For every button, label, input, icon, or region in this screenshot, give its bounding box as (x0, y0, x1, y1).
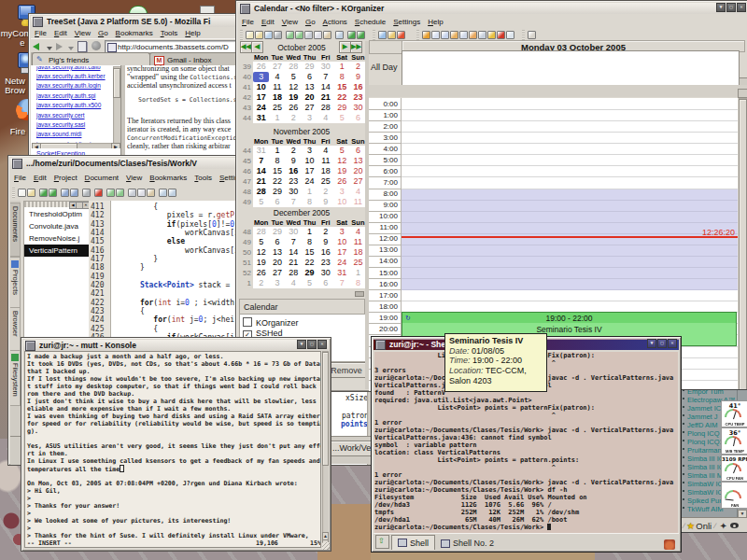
sidebar-tab-browser[interactable]: Browser (10, 307, 21, 354)
back-button[interactable] (33, 41, 52, 52)
day-cell[interactable]: 9 (317, 197, 333, 207)
day-cell[interactable]: 26 (333, 176, 349, 187)
day-cell[interactable]: 16 (317, 247, 333, 258)
day-cell[interactable]: 27 (269, 62, 285, 72)
day-cell[interactable]: 5 (302, 278, 317, 288)
day-cell[interactable]: 23 (350, 92, 366, 103)
day-cell[interactable]: 8 (302, 237, 317, 247)
file-list-item[interactable]: VerticalPattern (24, 245, 90, 257)
day-cell[interactable]: 21 (286, 258, 302, 268)
new-event-icon[interactable] (246, 31, 254, 39)
todo-list-icon[interactable] (497, 31, 505, 39)
day-cell[interactable]: 11 (269, 82, 285, 92)
day-cell[interactable]: 10 (302, 156, 317, 166)
tab-shell-2[interactable]: Shell No. 2 (435, 537, 500, 550)
day-cell[interactable]: 10 (333, 197, 349, 207)
package-link[interactable]: javax.security.cert (36, 112, 85, 119)
workweek-view-icon[interactable] (441, 31, 449, 39)
day-cell[interactable]: 25 (317, 176, 333, 187)
resize-grip[interactable] (322, 542, 330, 550)
online-label[interactable]: Onli (696, 521, 712, 531)
day-cell[interactable]: 4 (317, 146, 333, 156)
back-icon[interactable] (39, 189, 48, 197)
day-cell[interactable]: 7 (317, 72, 333, 82)
timeline-view-icon[interactable] (478, 31, 486, 39)
contact-item[interactable]: Plonq ICQ (687, 429, 720, 438)
menu-item-tools[interactable]: Tools (161, 29, 178, 37)
day-cell[interactable]: 2 (286, 113, 302, 123)
maximize-button[interactable]: □ (657, 339, 667, 348)
agenda-view-icon[interactable] (469, 31, 477, 39)
find-icon[interactable] (335, 31, 344, 39)
day-cell[interactable]: 7 (333, 278, 349, 288)
day-cell[interactable]: 1 (302, 227, 317, 237)
menu-item-file[interactable]: File (14, 174, 26, 182)
day-cell[interactable]: 1 (333, 62, 349, 72)
menu-item-bookmarks[interactable]: Bookmarks (149, 174, 187, 182)
day-cell[interactable]: 2 (350, 62, 366, 72)
online-star-icon[interactable]: ★ (686, 521, 695, 531)
menu-item-help[interactable]: Help (185, 29, 200, 37)
day-cell[interactable]: 16 (350, 82, 366, 92)
day-cell[interactable]: 9 (350, 72, 366, 82)
day-cell[interactable]: 23 (317, 258, 333, 268)
todo-view-icon[interactable] (397, 31, 405, 39)
next-year-button[interactable]: ▶▶ (350, 41, 362, 53)
shell-corner-icon[interactable] (664, 539, 675, 550)
day-cell[interactable]: 27 (350, 176, 366, 187)
day-cell[interactable]: 7 (286, 197, 302, 207)
close-button[interactable]: ✕ (668, 339, 677, 348)
contact-item[interactable]: JeffD AIM (687, 421, 717, 429)
day-cell[interactable]: 13 (269, 247, 285, 258)
day-cell[interactable]: 22 (269, 176, 285, 187)
new-todo-icon[interactable] (255, 31, 263, 39)
contact-item[interactable]: Empor Tum (687, 389, 724, 396)
toolbar-handle[interactable] (373, 30, 375, 40)
week-view-icon[interactable] (431, 31, 440, 39)
agenda-vscrollbar[interactable] (739, 98, 747, 391)
month-view-icon[interactable] (450, 31, 458, 39)
package-link[interactable]: javax.security.auth.x500 (36, 102, 101, 108)
day-cell[interactable]: 9 (286, 156, 302, 166)
day-cell[interactable]: 18 (269, 92, 285, 103)
day-cell[interactable]: 5 (253, 237, 269, 247)
day-cell[interactable]: 31 (253, 146, 269, 156)
day-cell[interactable]: 30 (286, 227, 302, 237)
find-icon[interactable] (159, 189, 167, 197)
package-link[interactable]: javax.security.sasl (36, 121, 85, 128)
day-cell[interactable]: 22 (333, 92, 349, 103)
package-link[interactable]: javax.security.auth.spi (36, 92, 95, 99)
day-cell[interactable]: 2 (317, 227, 333, 237)
back-icon[interactable] (347, 31, 356, 39)
sidebar-tab-filesystem[interactable]: Filesystem (10, 350, 21, 406)
close-button[interactable]: ✕ (317, 340, 327, 349)
day-cell[interactable]: 6 (350, 113, 366, 123)
zoom-in-icon[interactable] (168, 189, 176, 197)
menu-item-edit[interactable]: Edit (54, 29, 67, 37)
day-cell[interactable]: 29 (269, 187, 285, 197)
agenda-vscroll-thumb[interactable] (739, 99, 747, 390)
month2-view-icon[interactable] (487, 31, 496, 39)
day-cell[interactable]: 12 (333, 156, 349, 166)
menu-item-file[interactable]: File (35, 29, 47, 37)
day-cell[interactable]: 8 (302, 197, 317, 207)
day-cell[interactable]: 1 (302, 187, 317, 197)
day-cell[interactable]: 1 (269, 146, 285, 156)
day-cell[interactable]: 4 (317, 113, 333, 123)
kopete-check-icon[interactable]: ∕ (684, 522, 684, 530)
contact-item[interactable]: Plonq ICQ1 (687, 438, 724, 446)
mutt-scrollbar[interactable]: ▲ ▼ (322, 351, 329, 548)
day-cell[interactable]: 2 (253, 278, 269, 288)
copy-icon[interactable] (137, 189, 146, 197)
day-cell[interactable]: 31 (333, 268, 349, 278)
print-icon[interactable] (274, 31, 282, 39)
file-list-item[interactable]: Convolute.java (24, 220, 90, 232)
close-doc-icon[interactable] (94, 189, 103, 197)
day-cell[interactable]: 13 (302, 82, 317, 92)
day-cell[interactable]: 4 (269, 72, 285, 82)
file-list-item[interactable]: RemoveNoise.j (24, 232, 90, 245)
eye-icon[interactable] (730, 523, 739, 528)
mutt-terminal[interactable]: I made a backup just a month and a half … (24, 351, 321, 548)
menu-item-view[interactable]: View (126, 174, 142, 182)
forward-icon[interactable] (49, 189, 57, 197)
